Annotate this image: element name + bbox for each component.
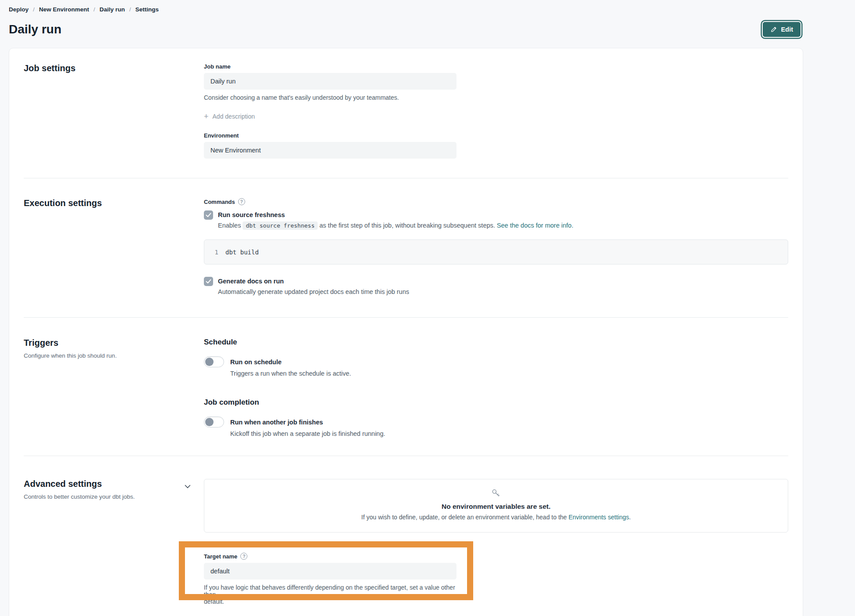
target-name-helper: If you have logic that behaves different… <box>204 584 463 605</box>
breadcrumb-item-deploy[interactable]: Deploy <box>9 6 29 13</box>
job-name-field[interactable]: Daily run <box>204 73 456 90</box>
run-source-freshness-checkbox[interactable] <box>204 210 213 220</box>
breadcrumb-separator: / <box>33 6 35 13</box>
freshness-desc-prefix: Enables <box>218 222 241 229</box>
run-on-schedule-label: Run on schedule <box>230 359 282 366</box>
toggle-knob <box>205 418 214 426</box>
advanced-settings-heading: Advanced settings <box>24 479 191 489</box>
target-name-field[interactable]: default <box>204 563 456 580</box>
environment-label: Environment <box>204 132 788 139</box>
run-when-job-finishes-row: Run when another job finishes <box>204 417 788 428</box>
commands-label-text: Commands <box>204 199 235 205</box>
target-name-label: Target name ? <box>204 553 476 560</box>
edit-button-label: Edit <box>781 26 793 33</box>
edit-button[interactable]: Edit <box>762 21 801 38</box>
question-circle-icon[interactable]: ? <box>238 198 245 205</box>
question-circle-icon[interactable]: ? <box>240 553 247 560</box>
env-vars-desc-text: If you wish to define, update, or delete… <box>361 514 567 521</box>
triggers-subheading: Configure when this job should run. <box>24 352 156 359</box>
breadcrumb-separator: / <box>129 6 131 13</box>
commands-code-editor[interactable]: 1 dbt build <box>204 239 788 265</box>
execution-settings-heading: Execution settings <box>24 198 191 208</box>
job-completion-heading: Job completion <box>204 398 788 407</box>
breadcrumb: Deploy / New Environment / Daily run / S… <box>9 0 803 13</box>
editor-code: dbt build <box>225 249 259 256</box>
section-advanced-settings: Advanced settings Controls to better cus… <box>24 456 788 616</box>
breadcrumb-item-environment[interactable]: New Environment <box>39 6 89 13</box>
target-name-label-text: Target name <box>204 553 237 560</box>
breadcrumb-separator: / <box>94 6 95 13</box>
env-vars-desc-period: . <box>629 514 631 521</box>
breadcrumb-item-job[interactable]: Daily run <box>100 6 125 13</box>
triggers-heading: Triggers <box>24 338 191 348</box>
generate-docs-checkbox[interactable] <box>204 277 213 286</box>
add-description-button[interactable]: + Add description <box>204 113 255 120</box>
advanced-settings-subheading: Controls to better customize your dbt jo… <box>24 493 156 500</box>
environment-field[interactable]: New Environment <box>204 142 456 159</box>
chevron-down-icon <box>185 485 191 489</box>
target-name-helper-line2: default. <box>204 598 463 605</box>
add-description-label: Add description <box>213 113 255 120</box>
editor-line-number: 1 <box>204 249 225 256</box>
run-on-schedule-row: Run on schedule <box>204 356 788 367</box>
target-name-helper-line1: If you have logic that behaves different… <box>204 584 463 598</box>
checkmark-icon <box>206 213 211 217</box>
env-vars-panel: No environment variables are set. If you… <box>204 479 788 533</box>
run-when-job-finishes-label: Run when another job finishes <box>230 419 323 426</box>
page-container: Deploy / New Environment / Daily run / S… <box>9 0 803 616</box>
docs-link[interactable]: See the docs for more info. <box>497 222 573 229</box>
page-header: Daily run Edit <box>9 18 803 41</box>
run-when-job-finishes-desc: Kickoff this job when a separate job is … <box>230 430 788 437</box>
collapse-section-button[interactable] <box>183 482 192 492</box>
generate-docs-label: Generate docs on run <box>218 277 284 285</box>
env-vars-title: No environment variables are set. <box>213 503 779 511</box>
generate-docs-desc: Automatically generate updated project d… <box>218 288 788 295</box>
breadcrumb-current-settings: Settings <box>135 6 159 13</box>
run-when-job-finishes-toggle[interactable] <box>204 417 224 428</box>
inline-code-freshness: dbt source freshness <box>243 221 318 230</box>
toggle-knob <box>205 358 214 366</box>
run-on-schedule-toggle[interactable] <box>204 356 224 367</box>
settings-card: Job settings Job name Daily run Consider… <box>9 48 803 616</box>
run-on-schedule-desc: Triggers a run when the schedule is acti… <box>230 370 788 377</box>
run-source-freshness-desc: Enables dbt source freshness as the firs… <box>218 222 788 229</box>
commands-label: Commands ? <box>204 198 788 205</box>
section-execution-settings: Execution settings Commands ? Run source… <box>24 178 788 318</box>
section-job-settings: Job settings Job name Daily run Consider… <box>24 48 788 178</box>
env-vars-desc: If you wish to define, update, or delete… <box>213 514 779 521</box>
job-name-label: Job name <box>204 63 788 70</box>
checkmark-icon <box>206 279 211 284</box>
schedule-heading: Schedule <box>204 338 788 347</box>
run-source-freshness-row: Run source freshness <box>204 210 788 220</box>
key-icon <box>491 488 501 499</box>
page-title: Daily run <box>9 22 62 36</box>
section-triggers: Triggers Configure when this job should … <box>24 318 788 456</box>
freshness-desc-suffix: as the first step of this job, without b… <box>319 222 495 229</box>
target-name-group: Target name ? default If you have logic … <box>204 553 476 605</box>
job-name-helper: Consider choosing a name that's easily u… <box>204 94 788 101</box>
job-settings-heading: Job settings <box>24 63 191 73</box>
generate-docs-row: Generate docs on run <box>204 277 788 286</box>
pencil-icon <box>770 26 777 33</box>
environments-settings-link[interactable]: Environments settings <box>569 514 629 521</box>
plus-icon: + <box>204 113 209 120</box>
run-source-freshness-label: Run source freshness <box>218 210 285 218</box>
